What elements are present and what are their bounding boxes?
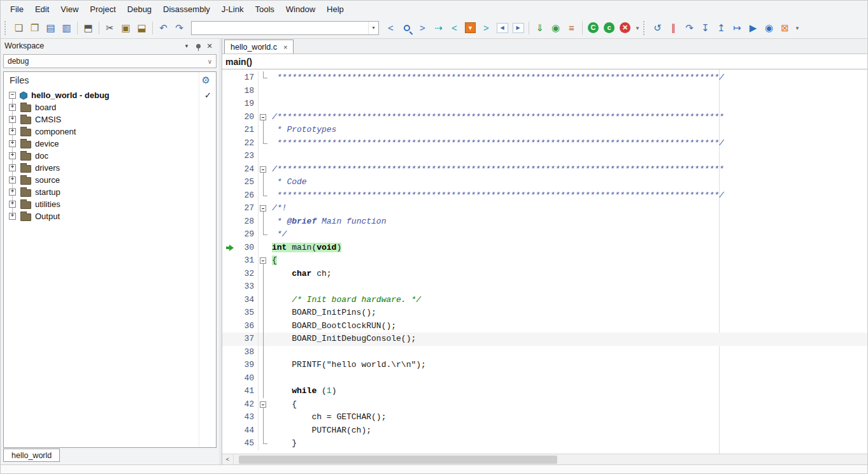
menu-item-tools[interactable]: Tools <box>249 2 280 17</box>
configuration-select[interactable]: debug ∨ <box>3 54 217 68</box>
open-document-icon[interactable]: ❐ <box>27 20 43 36</box>
new-document-icon[interactable]: ❏ <box>11 20 27 36</box>
code-line-31[interactable]: 31{ <box>222 254 867 268</box>
search-input[interactable] <box>192 22 368 34</box>
code-text[interactable] <box>268 346 867 359</box>
code-area[interactable]: 17 *************************************… <box>222 69 867 454</box>
menu-item-project[interactable]: Project <box>84 2 121 17</box>
code-text[interactable] <box>268 85 867 98</box>
previous-file-icon[interactable]: ◀ <box>494 20 510 36</box>
next-statement-icon[interactable]: ↦ <box>729 20 745 36</box>
tree-item-source[interactable]: +source <box>4 174 216 186</box>
make-icon[interactable]: C <box>585 20 601 36</box>
code-line-37[interactable]: 37 BOARD_InitDebugConsole(); <box>222 333 867 346</box>
expand-icon[interactable]: + <box>9 189 16 196</box>
next-file-icon[interactable]: ▶ <box>510 20 526 36</box>
code-line-25[interactable]: 25 * Code <box>222 176 867 189</box>
collapse-icon[interactable]: − <box>9 92 16 99</box>
code-text[interactable]: ****************************************… <box>268 137 867 150</box>
expand-icon[interactable]: + <box>9 201 16 208</box>
code-text[interactable]: /***************************************… <box>268 111 867 124</box>
combo-dropdown-icon[interactable]: ▾ <box>368 22 378 34</box>
code-text[interactable]: { <box>268 398 867 412</box>
tree-item-component[interactable]: +component <box>4 126 216 138</box>
cut-icon[interactable]: ✂ <box>102 20 118 36</box>
gear-icon[interactable]: ⚙ <box>202 75 210 86</box>
fold-toggle-icon[interactable] <box>258 254 268 268</box>
goto-icon[interactable]: ⇢ <box>430 20 446 36</box>
expand-icon[interactable]: + <box>9 116 16 123</box>
code-line-20[interactable]: 20/*************************************… <box>222 111 867 124</box>
save-icon[interactable]: ▤ <box>43 20 59 36</box>
code-line-22[interactable]: 22 *************************************… <box>222 137 867 150</box>
stop-debug-icon[interactable]: ⊠ <box>777 20 793 36</box>
code-text[interactable]: int main(void) <box>268 241 867 255</box>
code-line-40[interactable]: 40 <box>222 372 867 385</box>
step-into-icon[interactable]: ↧ <box>697 20 713 36</box>
code-text[interactable]: BOARD_InitDebugConsole(); <box>268 333 867 346</box>
download-and-debug-icon[interactable]: ◉ <box>548 20 564 36</box>
expand-icon[interactable]: + <box>9 213 16 220</box>
fold-toggle-icon[interactable] <box>258 202 268 215</box>
tree-item-device[interactable]: +device <box>4 138 216 150</box>
code-text[interactable]: * Code <box>268 176 867 189</box>
menu-item-j-link[interactable]: J-Link <box>216 2 250 17</box>
code-line-17[interactable]: 17 *************************************… <box>222 71 867 85</box>
menu-item-file[interactable]: File <box>4 2 29 17</box>
tree-item-cmsis[interactable]: +CMSIS <box>4 113 216 126</box>
code-text[interactable]: /*! <box>268 202 867 215</box>
code-text[interactable]: PUTCHAR(ch); <box>268 424 867 438</box>
compile-icon[interactable]: c <box>601 20 617 36</box>
scrollbar-thumb[interactable] <box>239 456 557 464</box>
code-line-36[interactable]: 36 BOARD_BootClockRUN(); <box>222 320 867 333</box>
code-line-34[interactable]: 34 /* Init board hardware. */ <box>222 294 867 307</box>
code-text[interactable]: ch = GETCHAR(); <box>268 411 867 424</box>
code-line-19[interactable]: 19 <box>222 97 867 111</box>
code-line-18[interactable]: 18 <box>222 85 867 98</box>
code-text[interactable]: } <box>268 437 867 450</box>
expand-icon[interactable]: + <box>9 152 16 159</box>
code-text[interactable] <box>268 372 867 385</box>
pin-icon[interactable] <box>192 40 204 52</box>
code-text[interactable]: PRINTF("hello world.\r\n"); <box>268 359 867 372</box>
code-text[interactable]: BOARD_InitPins(); <box>268 306 867 320</box>
menu-item-view[interactable]: View <box>55 2 84 17</box>
scroll-left-icon[interactable]: < <box>222 454 234 464</box>
save-all-icon[interactable]: ▥ <box>59 20 75 36</box>
menu-item-debug[interactable]: Debug <box>122 2 157 17</box>
code-text[interactable] <box>268 280 867 294</box>
code-text[interactable]: /***************************************… <box>268 163 867 176</box>
find-previous-icon[interactable]: < <box>383 20 399 36</box>
find-icon[interactable] <box>399 20 415 36</box>
fold-toggle-icon[interactable] <box>258 163 268 176</box>
horizontal-scrollbar[interactable]: < <box>222 454 867 464</box>
stop-build-icon[interactable]: ✕ <box>617 20 633 36</box>
next-bookmark-icon[interactable]: > <box>478 20 494 36</box>
code-line-41[interactable]: 41 while (1) <box>222 385 867 398</box>
menu-item-help[interactable]: Help <box>321 2 350 17</box>
toggle-bookmark-icon[interactable]: ▼ <box>462 20 478 36</box>
chevron-down-icon[interactable]: ▾ <box>181 40 192 52</box>
code-line-38[interactable]: 38 <box>222 346 867 359</box>
code-line-35[interactable]: 35 BOARD_InitPins(); <box>222 306 867 320</box>
undo-icon[interactable]: ↶ <box>155 20 171 36</box>
tree-item-doc[interactable]: +doc <box>4 150 216 162</box>
code-line-45[interactable]: 45 } <box>222 437 867 450</box>
tab-close-icon[interactable]: × <box>283 43 287 51</box>
tree-item-project-root[interactable]: − hello_world - debug ✓ <box>4 89 216 101</box>
menu-item-edit[interactable]: Edit <box>29 2 55 17</box>
go-icon[interactable]: ▶ <box>745 20 761 36</box>
search-combo[interactable]: ▾ <box>191 21 379 35</box>
expand-icon[interactable]: + <box>9 128 16 135</box>
code-line-43[interactable]: 43 ch = GETCHAR(); <box>222 411 867 424</box>
menu-item-disassembly[interactable]: Disassembly <box>157 2 216 17</box>
code-text[interactable]: char ch; <box>268 268 867 281</box>
expand-icon[interactable]: + <box>9 140 16 147</box>
tab-hello-world-workspace[interactable]: hello_world <box>3 449 60 462</box>
tree-item-drivers[interactable]: +drivers <box>4 162 216 174</box>
code-text[interactable]: while (1) <box>268 385 867 398</box>
expand-icon[interactable]: + <box>9 104 16 111</box>
tab-hello-world-c[interactable]: hello_world.c × <box>224 40 294 54</box>
tree-item-board[interactable]: +board <box>4 101 216 113</box>
code-text[interactable]: */ <box>268 228 867 241</box>
